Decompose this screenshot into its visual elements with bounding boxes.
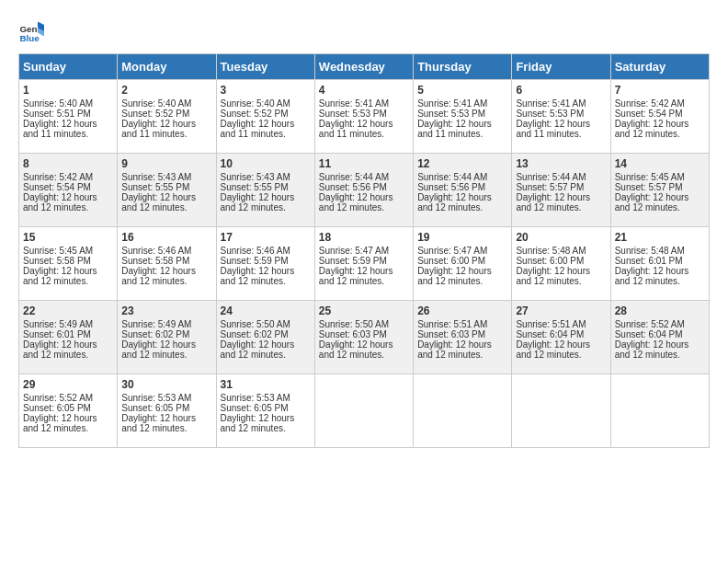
calendar-cell: 10Sunrise: 5:43 AMSunset: 5:55 PMDayligh…: [216, 154, 314, 227]
day-number: 5: [417, 84, 507, 97]
sunset-text: Sunset: 6:01 PM: [23, 329, 91, 339]
calendar-cell: 22Sunrise: 5:49 AMSunset: 6:01 PMDayligh…: [19, 301, 118, 374]
sunset-text: Sunset: 5:59 PM: [319, 256, 387, 266]
day-number: 30: [121, 378, 211, 391]
col-header-tuesday: Tuesday: [216, 54, 314, 80]
sunrise-text: Sunrise: 5:52 AM: [615, 319, 685, 329]
sunrise-text: Sunrise: 5:44 AM: [516, 172, 586, 182]
day-number: 21: [615, 231, 705, 244]
calendar-cell: 14Sunrise: 5:45 AMSunset: 5:57 PMDayligh…: [610, 154, 709, 227]
sunrise-text: Sunrise: 5:40 AM: [121, 98, 191, 109]
calendar-cell: 26Sunrise: 5:51 AMSunset: 6:03 PMDayligh…: [414, 301, 512, 374]
sunrise-text: Sunrise: 5:51 AM: [417, 319, 487, 329]
sunrise-text: Sunrise: 5:49 AM: [121, 319, 191, 329]
day-number: 18: [319, 231, 409, 244]
sunrise-text: Sunrise: 5:45 AM: [615, 172, 685, 182]
sunrise-text: Sunrise: 5:42 AM: [23, 172, 93, 182]
daylight-text: Daylight: 12 hours and 12 minutes.: [615, 339, 689, 360]
daylight-text: Daylight: 12 hours and 11 minutes.: [23, 119, 97, 139]
day-number: 6: [516, 84, 606, 97]
day-number: 4: [319, 84, 409, 97]
daylight-text: Daylight: 12 hours and 12 minutes.: [319, 192, 393, 213]
sunset-text: Sunset: 5:56 PM: [417, 182, 485, 192]
sunset-text: Sunset: 5:54 PM: [615, 109, 683, 119]
calendar-cell: 20Sunrise: 5:48 AMSunset: 6:00 PMDayligh…: [512, 227, 610, 301]
daylight-text: Daylight: 12 hours and 12 minutes.: [221, 266, 295, 286]
sunrise-text: Sunrise: 5:47 AM: [319, 246, 389, 256]
calendar-cell: 31Sunrise: 5:53 AMSunset: 6:05 PMDayligh…: [216, 374, 314, 448]
sunset-text: Sunset: 6:04 PM: [615, 329, 683, 339]
sunset-text: Sunset: 5:57 PM: [516, 182, 584, 192]
daylight-text: Daylight: 12 hours and 12 minutes.: [417, 192, 492, 213]
daylight-text: Daylight: 12 hours and 11 minutes.: [319, 119, 393, 139]
col-header-friday: Friday: [512, 54, 610, 80]
daylight-text: Daylight: 12 hours and 12 minutes.: [319, 266, 393, 286]
day-number: 14: [615, 157, 705, 170]
day-number: 10: [221, 157, 311, 170]
sunset-text: Sunset: 5:58 PM: [121, 256, 189, 266]
sunset-text: Sunset: 6:04 PM: [516, 329, 584, 339]
calendar-week-row: 22Sunrise: 5:49 AMSunset: 6:01 PMDayligh…: [19, 301, 710, 374]
day-number: 15: [23, 231, 113, 244]
sunset-text: Sunset: 5:55 PM: [221, 182, 289, 192]
col-header-saturday: Saturday: [610, 54, 709, 80]
day-number: 31: [221, 378, 311, 391]
sunset-text: Sunset: 6:00 PM: [516, 256, 584, 266]
daylight-text: Daylight: 12 hours and 12 minutes.: [615, 119, 689, 139]
sunrise-text: Sunrise: 5:46 AM: [221, 246, 290, 256]
col-header-monday: Monday: [118, 54, 216, 80]
day-number: 16: [121, 231, 211, 244]
daylight-text: Daylight: 12 hours and 12 minutes.: [23, 266, 97, 286]
day-number: 9: [121, 157, 211, 170]
daylight-text: Daylight: 12 hours and 11 minutes.: [121, 119, 196, 139]
sunset-text: Sunset: 5:54 PM: [23, 182, 91, 192]
calendar-cell: 13Sunrise: 5:44 AMSunset: 5:57 PMDayligh…: [512, 154, 610, 227]
day-number: 29: [23, 378, 113, 391]
sunrise-text: Sunrise: 5:40 AM: [23, 98, 93, 109]
day-number: 20: [516, 231, 606, 244]
calendar-week-row: 1Sunrise: 5:40 AMSunset: 5:51 PMDaylight…: [19, 80, 710, 154]
calendar-cell: 17Sunrise: 5:46 AMSunset: 5:59 PMDayligh…: [216, 227, 314, 301]
sunset-text: Sunset: 5:51 PM: [23, 109, 91, 119]
daylight-text: Daylight: 12 hours and 11 minutes.: [516, 119, 590, 139]
day-number: 28: [615, 304, 705, 317]
calendar-cell: 6Sunrise: 5:41 AMSunset: 5:53 PMDaylight…: [512, 80, 610, 154]
sunrise-text: Sunrise: 5:51 AM: [516, 319, 586, 329]
sunset-text: Sunset: 6:00 PM: [417, 256, 485, 266]
calendar-cell: 9Sunrise: 5:43 AMSunset: 5:55 PMDaylight…: [118, 154, 216, 227]
day-number: 17: [221, 231, 311, 244]
sunset-text: Sunset: 6:02 PM: [221, 329, 289, 339]
col-header-thursday: Thursday: [414, 54, 512, 80]
sunset-text: Sunset: 5:52 PM: [121, 109, 189, 119]
logo: General Blue: [18, 18, 44, 44]
daylight-text: Daylight: 12 hours and 12 minutes.: [121, 266, 196, 286]
logo-icon: General Blue: [18, 18, 44, 44]
sunset-text: Sunset: 5:53 PM: [417, 109, 485, 119]
sunrise-text: Sunrise: 5:41 AM: [319, 98, 389, 109]
daylight-text: Daylight: 12 hours and 12 minutes.: [221, 413, 295, 433]
calendar-cell: 19Sunrise: 5:47 AMSunset: 6:00 PMDayligh…: [414, 227, 512, 301]
sunrise-text: Sunrise: 5:43 AM: [221, 172, 290, 182]
sunrise-text: Sunrise: 5:52 AM: [23, 393, 93, 403]
calendar-cell: 12Sunrise: 5:44 AMSunset: 5:56 PMDayligh…: [414, 154, 512, 227]
sunset-text: Sunset: 5:52 PM: [221, 109, 289, 119]
day-number: 26: [417, 304, 507, 317]
day-number: 11: [319, 157, 409, 170]
calendar-cell: 2Sunrise: 5:40 AMSunset: 5:52 PMDaylight…: [118, 80, 216, 154]
daylight-text: Daylight: 12 hours and 12 minutes.: [221, 339, 295, 360]
calendar-cell: 5Sunrise: 5:41 AMSunset: 5:53 PMDaylight…: [414, 80, 512, 154]
day-number: 27: [516, 304, 606, 317]
day-number: 13: [516, 157, 606, 170]
sunset-text: Sunset: 5:56 PM: [319, 182, 387, 192]
calendar-cell: 28Sunrise: 5:52 AMSunset: 6:04 PMDayligh…: [610, 301, 709, 374]
sunset-text: Sunset: 6:03 PM: [319, 329, 387, 339]
day-number: 7: [615, 84, 705, 97]
daylight-text: Daylight: 12 hours and 12 minutes.: [23, 192, 97, 213]
sunset-text: Sunset: 5:59 PM: [221, 256, 289, 266]
day-number: 25: [319, 304, 409, 317]
sunset-text: Sunset: 5:53 PM: [319, 109, 387, 119]
daylight-text: Daylight: 12 hours and 12 minutes.: [516, 339, 590, 360]
sunrise-text: Sunrise: 5:45 AM: [23, 246, 93, 256]
calendar-cell: 16Sunrise: 5:46 AMSunset: 5:58 PMDayligh…: [118, 227, 216, 301]
daylight-text: Daylight: 12 hours and 12 minutes.: [516, 266, 590, 286]
